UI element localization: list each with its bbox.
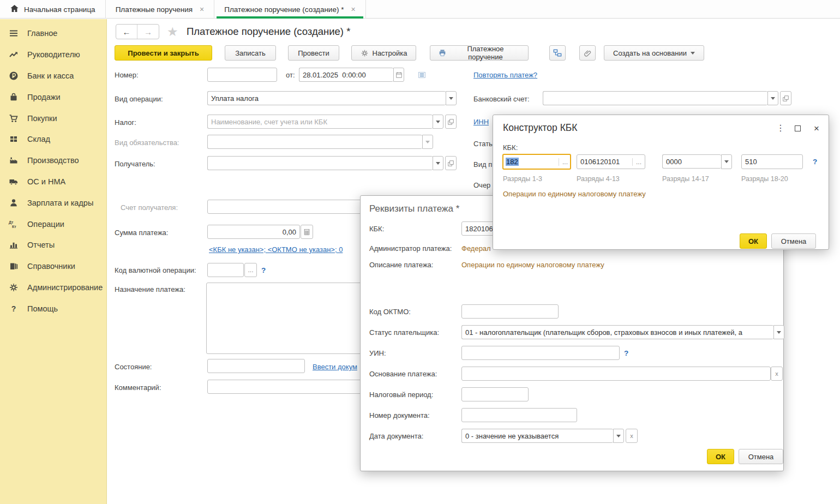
- sidebar-item-purchases[interactable]: Покупки: [0, 107, 106, 129]
- calculator-button[interactable]: [301, 225, 313, 239]
- post-and-close-button[interactable]: Провести и закрыть: [115, 45, 212, 61]
- recipient-open-button[interactable]: [445, 156, 457, 170]
- more-menu-icon[interactable]: ⋮: [776, 124, 785, 133]
- favorite-star-icon[interactable]: ★: [167, 25, 178, 39]
- create-based-on-button[interactable]: Создать на основании: [604, 45, 704, 61]
- sidebar-item-directories[interactable]: Справочники: [0, 256, 106, 277]
- uin-help-link[interactable]: ?: [624, 349, 628, 357]
- calendar-icon: [395, 71, 403, 79]
- bank-account-input[interactable]: [543, 91, 767, 105]
- back-button[interactable]: ←: [116, 25, 137, 39]
- tax-input[interactable]: [207, 115, 433, 129]
- sidebar-item-payroll-hr[interactable]: Зарплата и кадры: [0, 192, 106, 213]
- doc-date-clear-button[interactable]: x: [626, 429, 638, 443]
- enter-document-link[interactable]: Ввести докум: [313, 363, 357, 371]
- sidebar-item-manager[interactable]: Руководителю: [0, 44, 106, 65]
- forward-button[interactable]: →: [137, 25, 159, 39]
- save-button[interactable]: Записать: [225, 45, 276, 61]
- attachments-button[interactable]: [579, 45, 596, 61]
- sidebar-item-administration[interactable]: Администрирование: [0, 277, 106, 298]
- kbk-help-link[interactable]: ?: [813, 158, 817, 166]
- books-icon: [8, 261, 19, 271]
- currency-code-select-button[interactable]: ...: [244, 263, 257, 277]
- recipient-input[interactable]: [207, 156, 433, 170]
- inn-link[interactable]: ИНН: [473, 118, 489, 126]
- sidebar-item-reports[interactable]: Отчеты: [0, 235, 106, 256]
- date-list-button[interactable]: [414, 68, 429, 82]
- payment-basis-input[interactable]: [461, 367, 771, 381]
- sidebar-item-bank-cash[interactable]: Банк и касса: [0, 65, 106, 87]
- truck-icon: [8, 177, 19, 187]
- print-payment-order-button[interactable]: Платежное поручение: [430, 45, 529, 61]
- recipient-dropdown[interactable]: [433, 156, 443, 170]
- obligation-kind-input[interactable]: [207, 135, 422, 149]
- kbk-segment-1-select-button[interactable]: ...: [559, 158, 568, 166]
- oktmo-input[interactable]: [461, 304, 559, 319]
- tab-payment-order-create[interactable]: Платежное поручение (создание) * ×: [214, 0, 365, 19]
- currency-code-help-link[interactable]: ?: [261, 266, 266, 274]
- calendar-button[interactable]: [393, 68, 404, 82]
- amount-input[interactable]: [207, 225, 300, 239]
- doc-date-input[interactable]: [461, 429, 613, 443]
- operation-kind-input[interactable]: [207, 91, 446, 105]
- home-icon: [10, 4, 19, 15]
- state-input[interactable]: [207, 359, 305, 373]
- sidebar-item-main[interactable]: Главное: [0, 23, 106, 44]
- sidebar-item-sales[interactable]: Продажи: [0, 86, 106, 107]
- recipient-label: Получатель:: [115, 160, 155, 168]
- sidebar-item-production[interactable]: Производство: [0, 150, 106, 171]
- sidebar-item-operations[interactable]: ДтКт Операции: [0, 213, 106, 235]
- doc-date-dropdown[interactable]: [613, 429, 624, 443]
- repeat-payment-link[interactable]: Повторять платеж?: [473, 71, 537, 79]
- close-icon[interactable]: ×: [200, 5, 204, 14]
- maximize-icon[interactable]: [795, 125, 801, 131]
- doc-number-input[interactable]: [461, 408, 577, 422]
- settings-button[interactable]: Настройка: [351, 45, 416, 61]
- kbk-segment-3-field[interactable]: 0000: [662, 154, 732, 169]
- payer-status-value[interactable]: 01 - налогоплательщик (плательщик сборов…: [461, 325, 773, 339]
- tax-period-input[interactable]: [461, 387, 529, 401]
- svg-text:?: ?: [11, 304, 16, 313]
- sidebar-item-fixed-assets[interactable]: ОС и НМА: [0, 171, 106, 193]
- dialog-ok-button[interactable]: ОК: [740, 233, 767, 249]
- amount-label: Сумма платежа:: [115, 229, 168, 237]
- kbk-not-specified-link[interactable]: <КБК не указан>; <ОКТМО не указан>; 0: [209, 245, 343, 254]
- kbk-segment-2-select-button[interactable]: ...: [632, 158, 641, 166]
- kbk-label: КБК:: [503, 143, 518, 152]
- post-button[interactable]: Провести: [288, 45, 339, 61]
- operation-kind-dropdown[interactable]: [446, 91, 457, 105]
- payer-status-label: Статус плательщика:: [369, 328, 439, 337]
- related-documents-button[interactable]: [549, 45, 566, 61]
- dialog-cancel-button[interactable]: Отмена: [771, 233, 816, 249]
- sidebar-item-help[interactable]: ? Помощь: [0, 298, 106, 319]
- tax-dropdown[interactable]: [433, 115, 443, 129]
- bank-account-dropdown[interactable]: [767, 91, 778, 105]
- kbk-segment-4-field[interactable]: 510: [741, 154, 803, 169]
- kbk-segment-2-caption: Разряды 4-13: [577, 175, 620, 183]
- currency-code-input[interactable]: [207, 263, 244, 277]
- sidebar-item-warehouse[interactable]: Склад: [0, 129, 106, 150]
- back-arrow-icon: ←: [123, 27, 131, 37]
- kbk-segment-2-field[interactable]: 0106120101 ...: [577, 154, 645, 169]
- printer-icon: [438, 49, 447, 57]
- dialog-ok-button[interactable]: ОК: [707, 449, 734, 464]
- kbk-segment-3-dropdown[interactable]: [721, 154, 732, 169]
- dialog-cancel-button[interactable]: Отмена: [739, 449, 783, 464]
- tab-payment-orders-list[interactable]: Платежные поручения ×: [106, 0, 215, 19]
- close-icon[interactable]: ×: [351, 5, 355, 14]
- payer-status-dropdown[interactable]: [773, 325, 784, 339]
- date-input[interactable]: [299, 68, 393, 82]
- payment-admin-value: Федерал: [461, 244, 491, 253]
- number-input[interactable]: [207, 68, 277, 82]
- chevron-down-icon: [724, 160, 729, 163]
- uin-input[interactable]: [461, 346, 620, 360]
- tab-bar: Начальная страница Платежные поручения ×…: [0, 0, 840, 19]
- kbk-segment-1-field[interactable]: 182 ...: [502, 154, 571, 170]
- svg-text:Дт: Дт: [9, 220, 14, 225]
- bank-account-open-button[interactable]: [780, 91, 791, 105]
- close-icon[interactable]: ×: [814, 124, 819, 133]
- tax-open-button[interactable]: [445, 115, 457, 129]
- payment-basis-clear-button[interactable]: x: [771, 367, 783, 381]
- tab-home[interactable]: Начальная страница: [0, 0, 106, 19]
- obligation-kind-dropdown[interactable]: [422, 135, 433, 149]
